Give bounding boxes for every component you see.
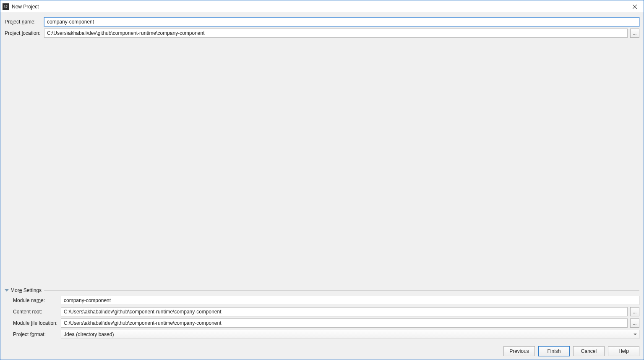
- module-name-row: Module name:: [5, 296, 639, 305]
- finish-button[interactable]: Finish: [538, 346, 570, 356]
- content-root-input[interactable]: [61, 307, 628, 316]
- module-name-input[interactable]: [61, 296, 639, 305]
- cancel-button[interactable]: Cancel: [573, 346, 605, 356]
- module-name-label: Module name:: [13, 297, 58, 303]
- content-root-label: Content root:: [13, 309, 58, 315]
- project-name-label: Project name:: [5, 19, 42, 25]
- project-format-dropdown[interactable]: .idea (directory based): [61, 330, 639, 339]
- previous-button[interactable]: Previous: [503, 346, 535, 356]
- project-name-row: Project name:: [5, 17, 639, 26]
- module-file-location-input[interactable]: [61, 318, 628, 328]
- project-location-label: Project location:: [5, 30, 42, 36]
- module-file-location-row: Module file location: ...: [5, 318, 639, 328]
- more-settings-title: More Settings: [10, 287, 42, 293]
- module-file-location-label: Module file location:: [13, 320, 58, 326]
- project-format-dropdown-wrap: .idea (directory based): [61, 330, 639, 339]
- intellij-icon: IJ: [3, 3, 9, 10]
- module-file-location-browse-button[interactable]: ...: [630, 318, 639, 328]
- close-button[interactable]: [627, 1, 642, 12]
- project-format-label: Project format:: [13, 331, 58, 337]
- close-icon: [633, 5, 637, 9]
- more-settings-block: Module name: Content root: ... Module fi…: [5, 296, 639, 341]
- more-settings-header[interactable]: More Settings: [5, 287, 639, 293]
- chevron-down-icon: [5, 289, 9, 292]
- dialog-body: Project name: Project location: ... More…: [0, 13, 644, 360]
- content-root-browse-button[interactable]: ...: [630, 307, 639, 316]
- help-button[interactable]: Help: [608, 346, 639, 356]
- project-format-row: Project format: .idea (directory based): [5, 330, 639, 339]
- titlebar: IJ New Project: [0, 0, 644, 13]
- content-root-row: Content root: ...: [5, 307, 639, 316]
- new-project-dialog: IJ New Project Project name: Project loc…: [0, 0, 644, 360]
- button-bar: Previous Finish Cancel Help: [5, 341, 639, 356]
- project-location-input[interactable]: [44, 29, 628, 38]
- window-title: New Project: [12, 4, 627, 10]
- project-location-browse-button[interactable]: ...: [630, 29, 639, 38]
- spacer: [5, 40, 639, 285]
- section-rule: [44, 290, 639, 291]
- project-location-row: Project location: ...: [5, 29, 639, 38]
- project-name-input[interactable]: [44, 17, 639, 26]
